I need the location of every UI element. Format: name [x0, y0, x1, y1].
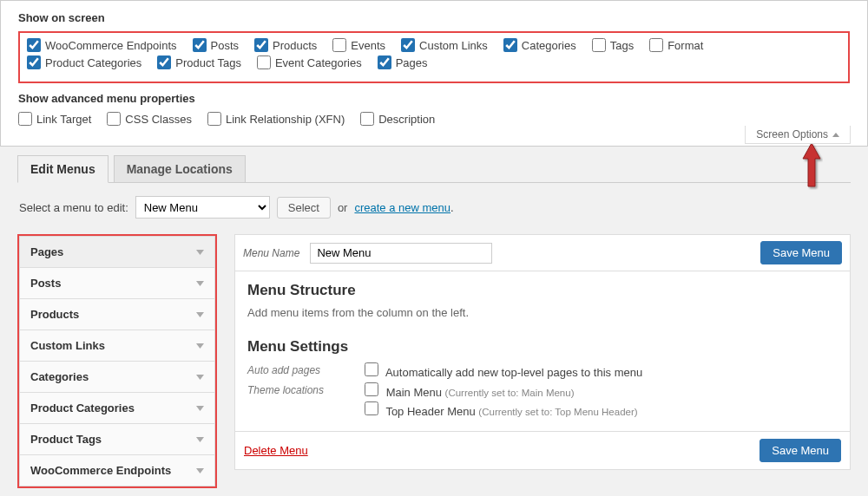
- accordion-header[interactable]: Custom Links: [20, 330, 214, 361]
- menu-select[interactable]: New Menu: [135, 196, 270, 219]
- show-on-screen-label: Product Tags: [175, 56, 241, 69]
- delete-menu-link[interactable]: Delete Menu: [244, 444, 308, 457]
- accordion-item: Products: [20, 299, 214, 330]
- advanced-label: Link Relationship (XFN): [226, 113, 345, 126]
- show-on-screen-label: WooCommerce Endpoints: [45, 39, 177, 52]
- menu-structure-heading: Menu Structure: [247, 282, 838, 299]
- show-on-screen-option: WooCommerce Endpoints: [27, 38, 177, 52]
- advanced-checkbox[interactable]: [107, 112, 121, 126]
- show-on-screen-option: Categories: [503, 38, 576, 52]
- auto-add-checkbox[interactable]: [365, 362, 378, 376]
- select-menu-row: Select a menu to edit: New Menu Select o…: [19, 196, 851, 219]
- accordion-header[interactable]: Categories: [20, 362, 214, 392]
- advanced-label: Link Target: [36, 113, 91, 126]
- advanced-label: Description: [378, 113, 435, 126]
- show-on-screen-label: Posts: [211, 39, 240, 52]
- show-on-screen-checkbox[interactable]: [401, 38, 415, 52]
- show-on-screen-checkbox[interactable]: [649, 38, 663, 52]
- show-on-screen-heading: Show on screen: [18, 11, 850, 24]
- accordion-header[interactable]: Posts: [20, 268, 214, 298]
- save-menu-button-bottom[interactable]: Save Menu: [760, 439, 841, 462]
- advanced-option: Link Relationship (XFN): [207, 112, 345, 126]
- theme-loc-top-checkbox[interactable]: [365, 401, 378, 415]
- arrow-up-icon: [800, 141, 823, 193]
- chevron-down-icon: [196, 250, 204, 255]
- show-on-screen-label: Events: [351, 39, 385, 52]
- show-on-screen-option: Product Tags: [157, 55, 241, 69]
- screen-options-tab[interactable]: Screen Options: [745, 126, 851, 144]
- chevron-down-icon: [196, 375, 204, 380]
- show-on-screen-checkbox[interactable]: [254, 38, 268, 52]
- show-on-screen-checkbox[interactable]: [257, 55, 271, 69]
- menu-structure-desc: Add menu items from the column on the le…: [247, 306, 838, 319]
- accordion-highlight: PagesPostsProductsCustom LinksCategories…: [17, 234, 217, 488]
- show-on-screen-checkbox[interactable]: [378, 55, 391, 69]
- accordion-item: Pages: [20, 237, 214, 268]
- select-button[interactable]: Select: [277, 197, 331, 219]
- menu-name-input[interactable]: [310, 243, 492, 264]
- accordion-header[interactable]: Products: [20, 299, 214, 330]
- accordion-label: WooCommerce Endpoints: [30, 464, 171, 477]
- show-on-screen-label: Format: [667, 39, 703, 52]
- auto-add-text: Automatically add new top-level pages to…: [385, 366, 642, 379]
- advanced-heading: Show advanced menu properties: [18, 92, 850, 105]
- show-on-screen-label: Products: [273, 39, 317, 52]
- chevron-down-icon: [196, 312, 204, 317]
- show-on-screen-option: Tags: [592, 38, 634, 52]
- advanced-checkbox[interactable]: [207, 112, 221, 126]
- accordion-label: Product Categories: [30, 401, 135, 414]
- menu-items-accordion: PagesPostsProductsCustom LinksCategories…: [19, 236, 215, 486]
- theme-locations-label: Theme locations: [247, 382, 365, 396]
- show-on-screen-option: Product Categories: [27, 55, 141, 69]
- menu-name-row: Menu Name Save Menu: [234, 234, 851, 271]
- advanced-option: Link Target: [18, 112, 91, 126]
- accordion-item: Posts: [20, 268, 214, 299]
- advanced-checkbox[interactable]: [18, 112, 32, 126]
- accordion-header[interactable]: Product Tags: [20, 424, 214, 454]
- accordion-header[interactable]: Product Categories: [20, 393, 214, 423]
- tab-edit-menus[interactable]: Edit Menus: [17, 155, 108, 183]
- show-on-screen-checkbox[interactable]: [592, 38, 606, 52]
- show-on-screen-checkbox[interactable]: [193, 38, 207, 52]
- accordion-header[interactable]: WooCommerce Endpoints: [20, 455, 214, 486]
- show-on-screen-option: Events: [332, 38, 385, 52]
- show-on-screen-label: Pages: [396, 56, 428, 69]
- menu-footer: Delete Menu Save Menu: [234, 432, 851, 470]
- show-on-screen-label: Product Categories: [45, 56, 141, 69]
- nav-tabs: Edit Menus Manage Locations: [17, 154, 851, 183]
- show-on-screen-label: Custom Links: [419, 39, 488, 52]
- screen-options-panel: Show on screen WooCommerce EndpointsPost…: [0, 0, 868, 147]
- accordion-item: Product Categories: [20, 393, 214, 424]
- accordion-label: Product Tags: [30, 433, 102, 446]
- accordion-label: Categories: [30, 370, 89, 383]
- theme-loc-main: Main Menu (Currently set to: Main Menu): [386, 386, 575, 399]
- accordion-label: Pages: [30, 245, 63, 258]
- chevron-down-icon: [196, 281, 204, 286]
- show-on-screen-option: Posts: [193, 38, 240, 52]
- chevron-down-icon: [196, 437, 204, 442]
- save-menu-button-top[interactable]: Save Menu: [760, 241, 842, 264]
- accordion-header[interactable]: Pages: [20, 237, 214, 267]
- caret-up-icon: [832, 133, 839, 137]
- show-on-screen-option: Event Categories: [257, 55, 362, 69]
- menu-settings-heading: Menu Settings: [247, 338, 838, 356]
- show-on-screen-checkboxes: WooCommerce EndpointsPostsProductsEvents…: [27, 38, 841, 73]
- advanced-option: CSS Classes: [107, 112, 192, 126]
- auto-add-label: Auto add pages: [247, 362, 365, 376]
- show-on-screen-checkbox[interactable]: [27, 38, 41, 52]
- accordion-item: WooCommerce Endpoints: [20, 455, 214, 486]
- or-text: or: [338, 201, 348, 214]
- show-on-screen-checkbox[interactable]: [503, 38, 517, 52]
- accordion-item: Custom Links: [20, 330, 214, 362]
- show-on-screen-checkbox[interactable]: [27, 55, 41, 69]
- chevron-down-icon: [196, 343, 204, 349]
- show-on-screen-checkbox[interactable]: [157, 55, 171, 69]
- advanced-checkbox[interactable]: [360, 112, 374, 126]
- show-on-screen-checkbox[interactable]: [332, 38, 346, 52]
- theme-loc-main-checkbox[interactable]: [365, 382, 378, 396]
- show-on-screen-highlight: WooCommerce EndpointsPostsProductsEvents…: [18, 31, 850, 83]
- create-menu-link[interactable]: create a new menu: [354, 201, 450, 214]
- accordion-item: Product Tags: [20, 424, 214, 455]
- chevron-down-icon: [196, 406, 204, 411]
- tab-manage-locations[interactable]: Manage Locations: [114, 155, 246, 183]
